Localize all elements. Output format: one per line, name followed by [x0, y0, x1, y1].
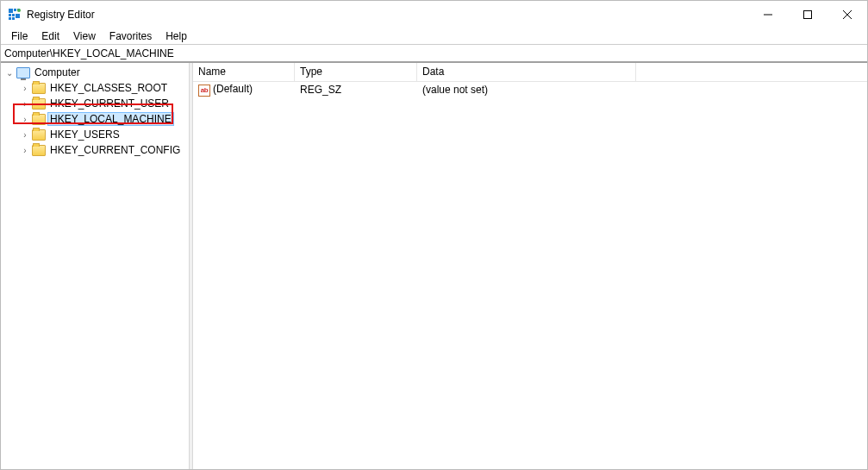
close-button[interactable] — [827, 1, 867, 28]
close-icon — [843, 10, 852, 19]
svg-rect-5 — [16, 14, 20, 18]
cell-name: ab(Default) — [193, 83, 295, 97]
chevron-down-icon[interactable]: ⌄ — [3, 68, 16, 78]
svg-rect-3 — [9, 14, 11, 16]
svg-rect-7 — [12, 17, 15, 20]
menu-help[interactable]: Help — [159, 29, 194, 43]
titlebar: Registry Editor — [1, 1, 867, 28]
menu-edit[interactable]: Edit — [34, 29, 66, 43]
list-body[interactable]: ab(Default) REG_SZ (value not set) — [193, 82, 867, 469]
svg-rect-10 — [804, 10, 812, 18]
list-header: Name Type Data — [193, 63, 867, 82]
menu-favorites[interactable]: Favorites — [103, 29, 159, 43]
chevron-right-icon[interactable]: › — [18, 99, 32, 109]
column-header-spacer[interactable] — [636, 63, 867, 81]
cell-data: (value not set) — [417, 84, 636, 96]
tree-node-label: HKEY_CURRENT_CONFIG — [48, 144, 182, 156]
minimize-icon — [764, 10, 772, 19]
chevron-right-icon[interactable]: › — [18, 130, 32, 140]
tree-node-label: Computer — [33, 66, 82, 78]
tree-node-label: HKEY_USERS — [48, 128, 122, 141]
maximize-button[interactable] — [788, 1, 827, 28]
string-value-icon: ab — [198, 85, 210, 97]
tree-node-hkcc[interactable]: › HKEY_CURRENT_CONFIG — [1, 142, 189, 158]
column-header-name[interactable]: Name — [193, 63, 295, 81]
tree-node-label: HKEY_LOCAL_MACHINE — [48, 113, 173, 125]
svg-point-8 — [17, 9, 21, 12]
tree-node-hkcr[interactable]: › HKEY_CLASSES_ROOT — [1, 80, 189, 96]
folder-icon — [32, 114, 46, 125]
column-header-type[interactable]: Type — [295, 63, 417, 81]
computer-icon — [16, 67, 30, 78]
value-name: (Default) — [213, 83, 253, 95]
cell-type: REG_SZ — [295, 84, 417, 96]
tree-pane[interactable]: ⌄ Computer › HKEY_CLASSES_ROOT › HKEY_CU… — [1, 63, 189, 469]
registry-editor-window: Registry Editor File Edit View Favorites… — [0, 0, 868, 470]
folder-icon — [32, 145, 46, 156]
column-header-data[interactable]: Data — [417, 63, 636, 81]
address-bar[interactable]: Computer\HKEY_LOCAL_MACHINE — [1, 44, 867, 62]
svg-rect-0 — [9, 9, 13, 13]
list-row[interactable]: ab(Default) REG_SZ (value not set) — [193, 82, 867, 97]
address-path: Computer\HKEY_LOCAL_MACHINE — [4, 47, 174, 60]
svg-rect-1 — [14, 9, 16, 11]
tree-node-hkcu[interactable]: › HKEY_CURRENT_USER — [1, 96, 189, 111]
tree-node-label: HKEY_CLASSES_ROOT — [48, 82, 169, 94]
menu-view[interactable]: View — [66, 29, 103, 43]
maximize-icon — [803, 10, 812, 19]
menubar: File Edit View Favorites Help — [1, 28, 867, 44]
tree-node-label: HKEY_CURRENT_USER — [48, 97, 171, 110]
chevron-right-icon[interactable]: › — [18, 84, 32, 93]
tree-node-hku[interactable]: › HKEY_USERS — [1, 127, 189, 142]
svg-rect-6 — [9, 17, 11, 20]
content-area: ⌄ Computer › HKEY_CLASSES_ROOT › HKEY_CU… — [1, 62, 867, 469]
chevron-right-icon[interactable]: › — [18, 146, 32, 155]
menu-file[interactable]: File — [4, 29, 34, 43]
tree-node-computer[interactable]: ⌄ Computer — [1, 65, 189, 80]
folder-icon — [32, 98, 46, 110]
folder-icon — [32, 83, 46, 94]
minimize-button[interactable] — [748, 1, 788, 28]
tree-node-hklm[interactable]: › HKEY_LOCAL_MACHINE — [1, 111, 189, 127]
chevron-right-icon[interactable]: › — [18, 115, 32, 124]
app-icon — [8, 8, 22, 22]
window-title: Registry Editor — [27, 9, 95, 21]
svg-rect-4 — [12, 14, 15, 16]
folder-icon — [32, 129, 46, 141]
values-pane: Name Type Data ab(Default) REG_SZ (value… — [193, 63, 867, 469]
